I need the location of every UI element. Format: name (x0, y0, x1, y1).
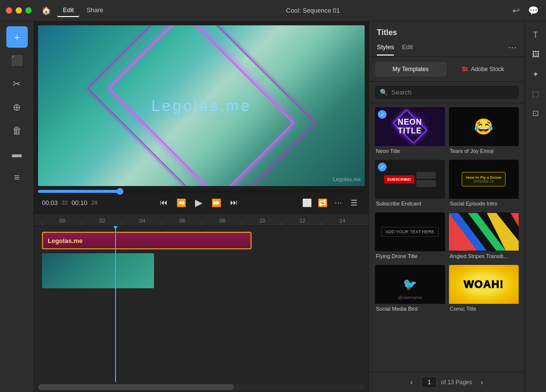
tab-styles[interactable]: Styles (377, 43, 394, 56)
timeline-playhead[interactable] (115, 226, 116, 382)
ruler-mark-3: :06 (162, 218, 202, 224)
my-templates-button[interactable]: My Templates (375, 62, 447, 76)
template-item-social-episode[interactable]: How to Fly a Drone EPISODE 13 Social Epi… (449, 160, 519, 208)
skip-to-end-button[interactable]: ⏭ (227, 196, 241, 209)
close-button[interactable] (6, 7, 12, 14)
progress-bar[interactable] (38, 190, 365, 193)
panel-more-button[interactable]: ⋯ (508, 42, 517, 56)
skip-to-start-button[interactable]: ⏮ (157, 196, 171, 209)
page-info: of 13 Pages (441, 379, 472, 386)
progress-handle[interactable] (117, 188, 123, 195)
step-back-button[interactable]: ⏪ (175, 196, 188, 209)
adobe-stock-button[interactable]: St Adobe Stock (448, 62, 519, 76)
ruler-mark-4: :08 (202, 218, 242, 224)
undo-button[interactable]: ↩ (509, 4, 523, 18)
ruler-mark-7: :14 (322, 218, 362, 224)
crop-button[interactable]: ⬜ (300, 196, 314, 209)
crop-icon-button[interactable]: ⊡ (527, 104, 545, 122)
timeline-scrollbar[interactable] (38, 384, 365, 390)
sidebar-media-button[interactable]: ⬛ (6, 50, 28, 71)
timecode-total-sub: 28 (91, 200, 97, 205)
track-clip-title[interactable]: Legolas.me (42, 232, 252, 249)
extra-controls: ⬜ 🔁 ⋯ ☰ (300, 196, 361, 209)
tab-edit[interactable]: Edit (402, 43, 412, 56)
search-input[interactable] (391, 89, 514, 96)
template-label-comic-title: Comic Title (449, 304, 519, 314)
template-thumb-social-episode: How to Fly a Drone EPISODE 13 (449, 160, 519, 199)
template-item-neon-title[interactable]: NEONTITLE Neon Title (375, 107, 445, 156)
panel-title: Titles (377, 28, 517, 37)
episode-card: How to Fly a Drone EPISODE 13 (462, 172, 506, 187)
template-grid: NEONTITLE Neon Title 😂 Tears of Joy Emoj… (369, 103, 525, 372)
template-item-subscribe[interactable]: SUBSCRIBE! Subscribe Endcard (375, 160, 445, 208)
timeline-tracks: Legolas.me (34, 226, 369, 382)
step-forward-button[interactable]: ⏩ (210, 196, 223, 209)
more-button[interactable]: ⋯ (332, 196, 345, 209)
sub-box-2 (416, 180, 436, 187)
adobe-stock-icon: St (462, 66, 468, 73)
template-thumb-subscribe: SUBSCRIBE! (375, 160, 445, 199)
timeline-scrollbar-thumb[interactable] (38, 384, 234, 390)
effects-icon-button[interactable]: ✦ (527, 65, 545, 83)
sidebar-delete-button[interactable]: 🗑 (6, 120, 28, 141)
next-page-button[interactable]: › (476, 376, 488, 388)
window-title: Cool: Sequence 01 (117, 7, 509, 14)
template-label-neon-title: Neon Title (375, 146, 445, 156)
watermark: Legolas.me (333, 176, 361, 182)
template-label-subscribe: Subscribe Endcard (375, 199, 445, 208)
bird-icon: 🐦 (403, 278, 417, 291)
subscribe-sub-boxes (416, 172, 436, 187)
play-button[interactable]: ▶ (192, 196, 206, 209)
image-icon-button[interactable]: 🖼 (527, 46, 545, 63)
main-content: ＋ ⬛ ✂ ⊕ 🗑 ▬ ≡ Legolas.me Legolas.me (0, 21, 546, 392)
sidebar-cut-button[interactable]: ✂ (6, 73, 28, 94)
track-video (42, 253, 369, 288)
drone-preview-text: ADD YOUR TEXT HERE (381, 227, 439, 237)
progress-fill (38, 190, 120, 193)
page-number-input[interactable] (421, 376, 437, 388)
titlebar-actions: ↩ 💬 (509, 4, 540, 18)
template-item-angled-stripes[interactable]: Angled Stripes Transiti... (449, 212, 519, 261)
menu-button[interactable]: ☰ (347, 196, 361, 209)
transitions-icon-button[interactable]: ⬚ (527, 85, 545, 102)
comment-button[interactable]: 💬 (526, 4, 540, 18)
template-item-flying-drone[interactable]: ADD YOUR TEXT HERE Flying Drone Title (375, 212, 445, 261)
sidebar-add-clip-button[interactable]: ⊕ (6, 96, 28, 118)
template-item-social-bird[interactable]: 🐦 @username Social Media Bird (375, 265, 445, 314)
left-sidebar: ＋ ⬛ ✂ ⊕ 🗑 ▬ ≡ (0, 21, 34, 392)
episode-title-text: How to Fly a Drone (466, 175, 501, 180)
template-item-tears-of-joy[interactable]: 😂 Tears of Joy Emoji (449, 107, 519, 156)
template-item-comic-title[interactable]: WOAH! Comic Title (449, 265, 519, 314)
home-icon[interactable]: 🏠 (39, 4, 53, 18)
track-row-title: Legolas.me (34, 230, 369, 251)
text-icon-button[interactable]: T (527, 26, 545, 44)
search-icon: 🔍 (380, 89, 388, 96)
sidebar-add-button[interactable]: ＋ (6, 26, 28, 48)
nav-edit[interactable]: Edit (57, 4, 79, 17)
ruler-mark-0: :00 (42, 218, 82, 224)
search-input-wrap: 🔍 (375, 86, 519, 99)
loop-button[interactable]: 🔁 (316, 196, 330, 209)
template-thumb-flying-drone: ADD YOUR TEXT HERE (375, 212, 445, 251)
neon-overlay: Legolas.me (38, 25, 365, 186)
traffic-lights (6, 7, 32, 14)
track-video-thumbnail[interactable] (42, 253, 154, 288)
nav-share[interactable]: Share (80, 4, 109, 17)
track-clip-label: Legolas.me (48, 237, 83, 244)
timecode-current: 00:03 (42, 199, 58, 206)
panel-header: Titles Styles Edit ⋯ (369, 21, 525, 57)
template-label-angled-stripes: Angled Stripes Transiti... (449, 251, 519, 261)
template-thumb-tears-of-joy: 😂 (449, 107, 519, 146)
template-label-social-episode: Social Episode Intro (449, 199, 519, 208)
prev-page-button[interactable]: ‹ (406, 376, 417, 388)
sidebar-list-button[interactable]: ≡ (6, 167, 28, 188)
maximize-button[interactable] (25, 7, 32, 14)
minimize-button[interactable] (16, 7, 22, 14)
sidebar-caption-button[interactable]: ▬ (6, 143, 28, 165)
panel-tabs: Styles Edit ⋯ (377, 42, 517, 56)
timeline-ruler: :00 :02 :04 :06 :08 :10 :12 :14 (34, 214, 369, 226)
playback-controls: 00:03 22 00:10 28 ⏮ ⏪ ▶ ⏩ ⏭ ⬜ 🔁 ⋯ ☰ (34, 193, 369, 212)
search-container: 🔍 (369, 82, 525, 103)
right-panel: Titles Styles Edit ⋯ My Templates St Ado… (369, 21, 525, 392)
video-title: Legolas.me (151, 97, 251, 115)
